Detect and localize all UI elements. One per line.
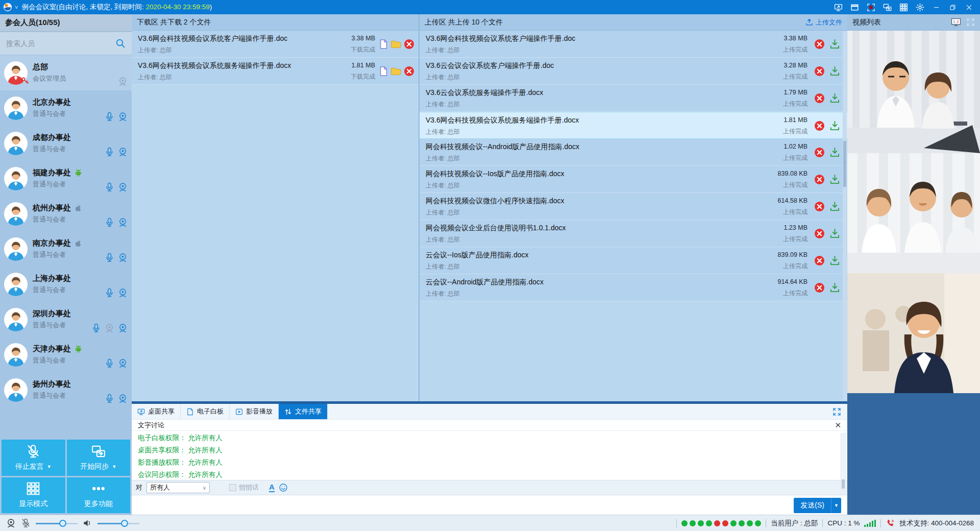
feature-tab[interactable]: 电子白板	[181, 404, 230, 419]
download-file-icon[interactable]	[829, 255, 840, 266]
emoji-button[interactable]	[279, 483, 288, 492]
video-thumbnail-3[interactable]	[847, 273, 980, 393]
delete-file-icon[interactable]	[814, 201, 825, 212]
participant-row[interactable]: 天津办事处 普通与会者	[0, 337, 132, 372]
upload-file-row[interactable]: 网会科技视频会议--Ios版产品使用指南.docx 上传者: 总部 839.08…	[420, 166, 847, 193]
layout-grid-button[interactable]	[895, 0, 912, 14]
participant-row[interactable]: 北京办事处 普通与会者	[0, 90, 132, 126]
download-file-icon[interactable]	[829, 201, 840, 212]
upload-file-row[interactable]: 网会科技视频会议微信小程序快速指南.docx 上传者: 总部 614.58 KB…	[420, 193, 847, 220]
open-folder-icon[interactable]	[390, 66, 401, 77]
upload-file-row[interactable]: V3.6云会议会议系统客户端操作手册.doc 上传者: 总部 3.28 MB 上…	[420, 58, 847, 85]
font-style-button[interactable]: A	[269, 483, 275, 493]
delete-file-icon[interactable]	[814, 66, 825, 77]
camera-icon[interactable]	[118, 218, 128, 227]
sync-screens-button[interactable]	[879, 0, 895, 14]
feature-tab[interactable]: 文件共享	[279, 404, 328, 419]
control-button[interactable]: 停止发言▼	[2, 440, 65, 476]
camera-icon[interactable]	[118, 358, 128, 368]
chat-input-area[interactable]: 发送(S) ▼	[132, 495, 847, 516]
download-file-icon[interactable]	[829, 228, 840, 239]
mic-icon[interactable]	[105, 218, 114, 227]
camera-icon[interactable]	[118, 323, 128, 333]
minimize-button[interactable]	[928, 0, 944, 14]
camera-icon[interactable]	[118, 394, 128, 403]
mic-icon[interactable]	[105, 147, 114, 157]
video-thumbnail-1[interactable]	[847, 31, 980, 153]
camera-icon[interactable]	[118, 253, 128, 262]
delete-file-icon[interactable]	[814, 93, 825, 104]
participant-row[interactable]: 扬州办事处 普通与会者	[0, 372, 132, 407]
open-file-icon[interactable]	[378, 66, 389, 77]
download-file-icon[interactable]	[829, 93, 840, 104]
participant-row[interactable]: 深圳办事处 普通与会者	[0, 302, 132, 337]
camera-icon[interactable]	[118, 288, 128, 298]
screen-share-button[interactable]	[830, 0, 846, 14]
delete-file-icon[interactable]	[814, 282, 825, 293]
titlebar-menu-chevron-icon[interactable]: ˅	[15, 4, 18, 10]
camera-icon[interactable]	[118, 182, 128, 192]
delete-file-icon[interactable]	[404, 66, 414, 77]
mic-volume-slider[interactable]	[36, 520, 78, 527]
scrollbar-thumb[interactable]	[843, 141, 846, 187]
chat-scrollbar[interactable]	[841, 433, 846, 490]
upload-file-row[interactable]: 云会议--Android版产品使用指南.docx 上传者: 总部 914.64 …	[420, 274, 847, 301]
download-file-row[interactable]: V3.6网会科技视频会议系统客户端操作手册.doc 上传者: 总部 3.38 M…	[132, 31, 419, 58]
download-file-icon[interactable]	[829, 174, 840, 185]
close-button[interactable]	[961, 0, 977, 14]
camera-icon[interactable]	[118, 112, 128, 122]
control-button[interactable]: 更多功能	[67, 477, 131, 514]
search-input[interactable]	[6, 39, 115, 47]
participant-row[interactable]: 南京办事处 普通与会者	[0, 231, 132, 267]
upload-file-row[interactable]: V3.6网会科技视频会议系统服务端操作手册.docx 上传者: 总部 1.81 …	[420, 112, 847, 139]
control-button[interactable]: 显示模式	[2, 477, 65, 514]
settings-button[interactable]	[912, 0, 928, 14]
delete-file-icon[interactable]	[814, 147, 825, 158]
participant-row[interactable]: 福建办事处 普通与会者	[0, 161, 132, 196]
delete-file-icon[interactable]	[404, 39, 414, 50]
mic-icon[interactable]	[105, 394, 114, 403]
camera-off-icon[interactable]	[118, 77, 128, 86]
participant-row[interactable]: 总部 会议管理员	[0, 55, 132, 90]
recipient-select[interactable]: 所有人 ∨	[146, 482, 210, 493]
camera-off-icon[interactable]	[105, 323, 114, 333]
upload-file-row[interactable]: V3.6网会科技视频会议系统客户端操作手册.doc 上传者: 总部 3.38 M…	[420, 31, 847, 58]
mic-icon[interactable]	[91, 323, 101, 333]
upload-file-row[interactable]: 云会议--Ios版产品使用指南.docx 上传者: 总部 839.09 KB 上…	[420, 247, 847, 274]
mic-icon[interactable]	[105, 288, 114, 298]
open-file-icon[interactable]	[378, 39, 389, 50]
search-icon[interactable]	[115, 38, 126, 49]
upload-file-row[interactable]: 网会视频会议企业后台使用说明书1.0.1.docx 上传者: 总部 1.23 M…	[420, 220, 847, 247]
download-file-row[interactable]: V3.6网会科技视频会议系统服务端操作手册.docx 上传者: 总部 1.81 …	[132, 58, 419, 85]
delete-file-icon[interactable]	[814, 255, 825, 266]
download-file-icon[interactable]	[829, 282, 840, 293]
mic-icon[interactable]	[105, 358, 114, 368]
participant-row[interactable]: 上海办事处 普通与会者	[0, 267, 132, 302]
control-button[interactable]: 开始同步▼	[67, 440, 131, 476]
upload-file-button[interactable]: 上传文件	[805, 18, 842, 27]
window-mode-button[interactable]	[846, 0, 863, 14]
mic-icon[interactable]	[105, 253, 114, 262]
maximize-button[interactable]	[944, 0, 961, 14]
record-button[interactable]	[863, 0, 879, 14]
feature-tab[interactable]: 桌面共享	[132, 404, 181, 419]
send-button[interactable]: 发送(S)	[794, 498, 831, 513]
video-layout-icon[interactable]	[951, 18, 961, 27]
upload-file-row[interactable]: V3.6云会议系统服务端操作手册.docx 上传者: 总部 1.79 MB 上传…	[420, 85, 847, 112]
whisper-checkbox[interactable]	[229, 484, 236, 491]
speaker-icon[interactable]	[83, 518, 92, 528]
mic-icon[interactable]	[105, 182, 114, 192]
chevron-down-icon[interactable]: ▼	[112, 464, 116, 469]
webcam-icon[interactable]	[6, 518, 16, 528]
video-thumbnail-2[interactable]	[847, 153, 980, 273]
mic-muted-icon[interactable]	[21, 518, 31, 528]
participant-row[interactable]: 成都办事处 普通与会者	[0, 126, 132, 161]
delete-file-icon[interactable]	[814, 39, 825, 50]
download-file-icon[interactable]	[829, 66, 840, 77]
expand-video-icon[interactable]	[966, 18, 975, 27]
upload-file-row[interactable]: 网会科技视频会议--Android版产品使用指南.docx 上传者: 总部 1.…	[420, 139, 847, 166]
send-options-dropdown[interactable]: ▼	[831, 498, 841, 513]
download-file-icon[interactable]	[829, 120, 840, 131]
chat-close-icon[interactable]: ✕	[835, 421, 841, 429]
expand-panel-icon[interactable]	[832, 407, 841, 416]
